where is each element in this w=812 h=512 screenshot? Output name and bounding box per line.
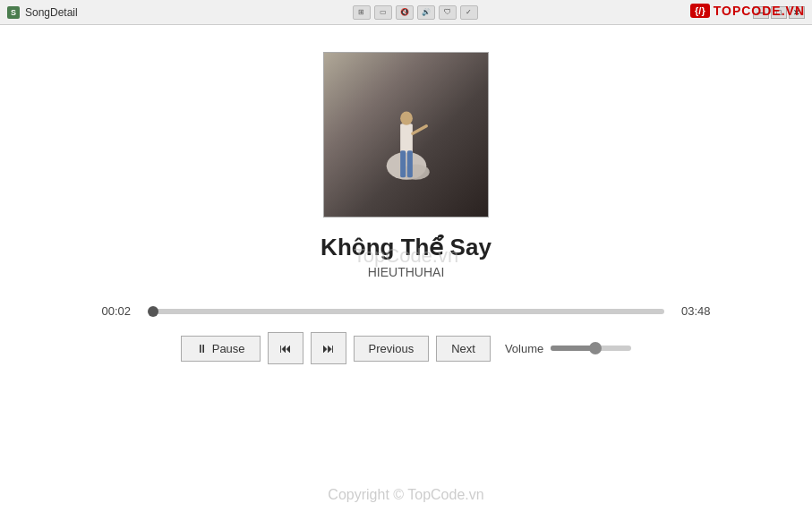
skip-back-button[interactable]: ⏮: [268, 332, 303, 364]
progress-track[interactable]: [149, 309, 664, 314]
taskbar-icon-3[interactable]: 🔇: [396, 5, 414, 20]
progress-thumb: [148, 306, 158, 317]
pause-icon: ⏸: [196, 342, 208, 355]
copyright-text: Copyright © TopCode.vn: [328, 487, 483, 503]
taskbar-icon-1[interactable]: ⊞: [353, 5, 371, 20]
svg-line-6: [412, 125, 425, 133]
svg-point-1: [401, 164, 429, 179]
taskbar-icons-area: ⊞ ▭ 🔇 🔊 🛡 ✓: [353, 5, 478, 20]
logo-area: {/} TOPCODE.VN: [690, 4, 805, 18]
pause-button[interactable]: ⏸ Pause: [181, 336, 261, 362]
skip-forward-button[interactable]: ⏭: [311, 332, 346, 364]
skip-back-icon: ⏮: [279, 341, 292, 355]
previous-button[interactable]: Previous: [354, 336, 430, 362]
svg-rect-2: [400, 124, 413, 153]
title-bar-left: S SongDetail: [7, 6, 78, 19]
next-button[interactable]: Next: [436, 336, 491, 362]
window-title: SongDetail: [25, 6, 78, 19]
progress-area: 00:02 03:48: [102, 304, 711, 318]
svg-rect-3: [400, 150, 406, 177]
taskbar-icon-4[interactable]: 🔊: [417, 5, 435, 20]
person-figure: [380, 81, 433, 189]
taskbar-icon-2[interactable]: ▭: [374, 5, 392, 20]
volume-thumb: [589, 342, 602, 354]
volume-track[interactable]: [551, 346, 631, 351]
logo-badge: {/}: [690, 4, 710, 18]
total-time: 03:48: [675, 304, 711, 318]
volume-label: Volume: [505, 342, 543, 355]
controls-area: ⏸ Pause ⏮ ⏭ Previous Next Volume: [181, 332, 632, 364]
svg-rect-4: [406, 150, 412, 177]
volume-area: Volume: [505, 342, 631, 355]
main-content: Không Thể Say HIEUTHUHAI 00:02 03:48 ⏸ P…: [0, 25, 812, 364]
svg-point-5: [400, 111, 413, 124]
taskbar-icon-5[interactable]: 🛡: [439, 5, 457, 20]
song-artist: HIEUTHUHAI: [368, 265, 445, 279]
next-label: Next: [451, 342, 475, 355]
song-title: Không Thể Say: [321, 234, 491, 261]
taskbar-icon-6[interactable]: ✓: [460, 5, 478, 20]
skip-forward-icon: ⏭: [322, 341, 335, 355]
album-art: [323, 52, 489, 218]
current-time: 00:02: [102, 304, 138, 318]
logo-text: TOPCODE.VN: [714, 4, 805, 18]
pause-label: Pause: [212, 342, 245, 355]
previous-label: Previous: [369, 342, 415, 355]
app-icon: S: [7, 6, 20, 19]
